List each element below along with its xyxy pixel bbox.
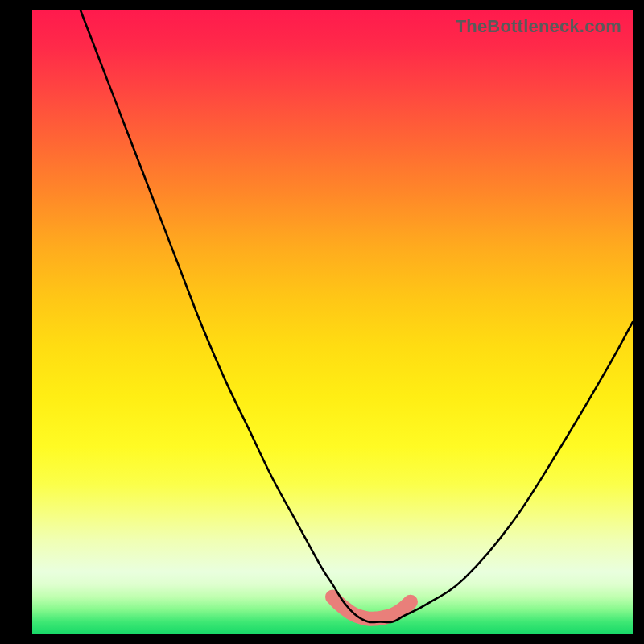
chart-frame: TheBottleneck.com [0,0,644,644]
salmon-band-path [332,597,411,618]
plot-area: TheBottleneck.com [32,10,633,634]
curve-layer [32,10,633,634]
black-curve-path [80,10,633,622]
